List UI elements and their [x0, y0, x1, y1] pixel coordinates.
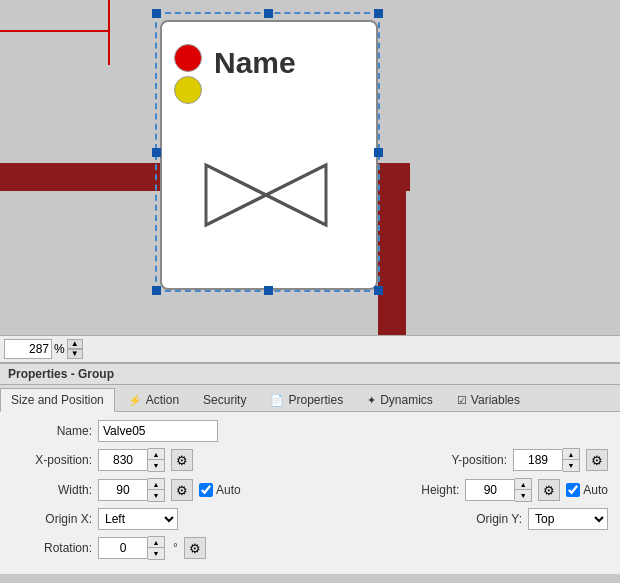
origin-y-select[interactable]: Top Center Bottom	[528, 508, 608, 530]
y-position-gear[interactable]: ⚙	[586, 449, 608, 471]
xy-position-row: X-position: ▲ ▼ ⚙ Y-position: ▲ ▼ ⚙	[12, 448, 608, 472]
origin-row: Origin X: Left Center Right Origin Y: To…	[12, 508, 608, 530]
name-label: Name:	[12, 424, 92, 438]
action-icon: ⚡	[128, 394, 142, 407]
tab-action[interactable]: ⚡ Action	[117, 388, 190, 411]
tab-size-position-label: Size and Position	[11, 393, 104, 407]
tab-size-position[interactable]: Size and Position	[0, 388, 115, 412]
height-auto-label[interactable]: Auto	[566, 483, 608, 497]
zoom-bar: % ▲ ▼	[0, 335, 620, 363]
dynamics-icon: ✦	[367, 394, 376, 407]
zoom-input[interactable]	[4, 339, 52, 359]
y-position-spinner: ▲ ▼	[563, 448, 580, 472]
zoom-down-btn[interactable]: ▼	[67, 349, 83, 359]
height-input[interactable]	[465, 479, 515, 501]
zoom-up-btn[interactable]: ▲	[67, 339, 83, 349]
tab-dynamics[interactable]: ✦ Dynamics	[356, 388, 444, 411]
tab-variables-label: Variables	[471, 393, 520, 407]
tab-properties[interactable]: 📄 Properties	[259, 388, 354, 411]
tab-security[interactable]: Security	[192, 388, 257, 411]
x-position-down[interactable]: ▼	[148, 460, 164, 471]
handle-tl[interactable]	[152, 9, 161, 18]
props-tabs: Size and Position ⚡ Action Security 📄 Pr…	[0, 385, 620, 412]
tab-dynamics-label: Dynamics	[380, 393, 433, 407]
degree-symbol: °	[173, 541, 178, 555]
properties-icon: 📄	[270, 394, 284, 407]
x-position-control: ▲ ▼	[98, 448, 165, 472]
tab-action-label: Action	[146, 393, 179, 407]
height-control: ▲ ▼	[465, 478, 532, 502]
guide-horizontal	[0, 30, 110, 32]
tab-properties-label: Properties	[288, 393, 343, 407]
width-label: Width:	[12, 483, 92, 497]
origin-y-label: Origin Y:	[452, 512, 522, 526]
handle-ml[interactable]	[152, 148, 161, 157]
x-position-up[interactable]: ▲	[148, 449, 164, 460]
width-auto-checkbox[interactable]	[199, 483, 213, 497]
pipe-horizontal-left	[0, 163, 165, 191]
zoom-unit: %	[54, 342, 65, 356]
width-auto-label[interactable]: Auto	[199, 483, 241, 497]
height-auto-checkbox[interactable]	[566, 483, 580, 497]
rotation-row: Rotation: ▲ ▼ ° ⚙	[12, 536, 608, 560]
width-control: ▲ ▼	[98, 478, 165, 502]
y-position-up[interactable]: ▲	[563, 449, 579, 460]
width-down[interactable]: ▼	[148, 490, 164, 501]
height-down[interactable]: ▼	[515, 490, 531, 501]
x-position-input[interactable]	[98, 449, 148, 471]
x-position-label: X-position:	[12, 453, 92, 467]
name-row: Name:	[12, 420, 608, 442]
rotation-gear[interactable]: ⚙	[184, 537, 206, 559]
props-title: Properties - Group	[8, 367, 114, 381]
height-spinner: ▲ ▼	[515, 478, 532, 502]
props-title-bar: Properties - Group	[0, 364, 620, 385]
props-form: Name: X-position: ▲ ▼ ⚙ Y-position:	[0, 412, 620, 574]
rotation-down[interactable]: ▼	[148, 548, 164, 559]
variables-icon: ☑	[457, 394, 467, 407]
zoom-spinner: ▲ ▼	[67, 339, 83, 359]
y-position-input[interactable]	[513, 449, 563, 471]
width-auto-text: Auto	[216, 483, 241, 497]
pipe-vertical-right	[378, 163, 406, 335]
properties-panel: Properties - Group Size and Position ⚡ A…	[0, 363, 620, 574]
y-position-label: Y-position:	[427, 453, 507, 467]
origin-x-select[interactable]: Left Center Right	[98, 508, 178, 530]
canvas-area: Name	[0, 0, 620, 335]
y-position-control: ▲ ▼	[513, 448, 580, 472]
handle-bl[interactable]	[152, 286, 161, 295]
name-field[interactable]	[98, 420, 218, 442]
height-gear[interactable]: ⚙	[538, 479, 560, 501]
handle-tc[interactable]	[264, 9, 273, 18]
handle-mr[interactable]	[374, 148, 383, 157]
origin-x-label: Origin X:	[12, 512, 92, 526]
wh-row: Width: ▲ ▼ ⚙ Auto Height: ▲ ▼	[12, 478, 608, 502]
width-gear[interactable]: ⚙	[171, 479, 193, 501]
x-position-spinner: ▲ ▼	[148, 448, 165, 472]
height-up[interactable]: ▲	[515, 479, 531, 490]
handle-br[interactable]	[374, 286, 383, 295]
selection-box	[155, 12, 380, 292]
width-up[interactable]: ▲	[148, 479, 164, 490]
height-label: Height:	[399, 483, 459, 497]
rotation-spinner: ▲ ▼	[148, 536, 165, 560]
rotation-control: ▲ ▼	[98, 536, 165, 560]
tab-variables[interactable]: ☑ Variables	[446, 388, 531, 411]
handle-tr[interactable]	[374, 9, 383, 18]
rotation-up[interactable]: ▲	[148, 537, 164, 548]
tab-security-label: Security	[203, 393, 246, 407]
width-spinner: ▲ ▼	[148, 478, 165, 502]
x-position-gear[interactable]: ⚙	[171, 449, 193, 471]
handle-bc[interactable]	[264, 286, 273, 295]
height-auto-text: Auto	[583, 483, 608, 497]
rotation-input[interactable]	[98, 537, 148, 559]
guide-vertical	[108, 0, 110, 65]
width-input[interactable]	[98, 479, 148, 501]
y-position-down[interactable]: ▼	[563, 460, 579, 471]
rotation-label: Rotation:	[12, 541, 92, 555]
